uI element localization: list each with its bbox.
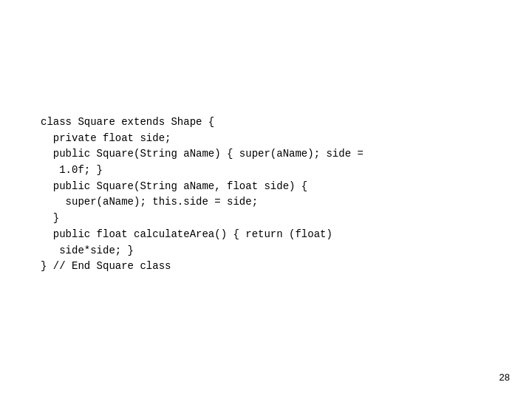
- code-line-8: public float calculateArea() { return (f…: [41, 228, 332, 240]
- code-line-5: public Square(String aName, float side) …: [41, 180, 307, 192]
- code-line-6: super(aName); this.side = side;: [41, 196, 258, 208]
- code-line-10: } // End Square class: [41, 260, 171, 272]
- code-block: class Square extends Shape { private flo…: [41, 115, 364, 275]
- code-line-4: 1.0f; }: [41, 164, 103, 176]
- slide: class Square extends Shape { private flo…: [0, 0, 532, 399]
- code-line-9: side*side; }: [41, 245, 134, 256]
- code-line-3: public Square(String aName) { super(aNam…: [41, 148, 364, 160]
- code-line-7: }: [41, 212, 59, 224]
- code-line-2: private float side;: [41, 132, 171, 144]
- code-line-1: class Square extends Shape {: [41, 116, 214, 128]
- page-number: 28: [499, 372, 510, 383]
